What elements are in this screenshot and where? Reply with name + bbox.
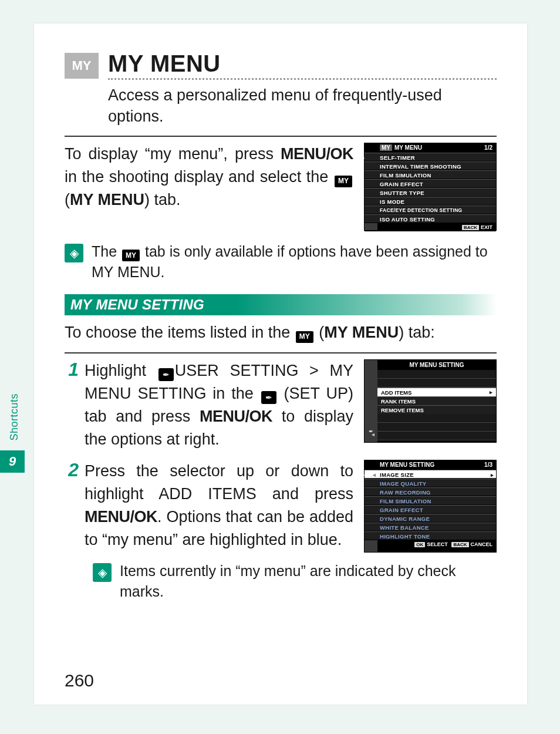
intro-text: Access a personalized menu of frequently…: [108, 85, 497, 127]
lcd-title: MYMY MENU 1/2: [365, 143, 496, 153]
row-film-sim: FILM SIMULATION: [365, 496, 496, 505]
text: (: [315, 324, 325, 341]
row-iso-auto: ISO AUTO SETTING: [365, 214, 496, 223]
note-2: ◈ Items currently in “my menu” are indic…: [93, 561, 497, 602]
left-arrow-icon: ◂: [373, 471, 376, 479]
text: Highlight: [85, 362, 157, 379]
text-bold: USER SETTING: [175, 362, 299, 379]
page-indicator: 1/3: [484, 462, 492, 468]
wrench-icon: ✒: [261, 391, 276, 404]
step-1: 1 Highlight ✒USER SETTING > MY MENU SETT…: [65, 359, 497, 452]
page-indicator: 1/2: [484, 144, 492, 151]
text: in the: [206, 385, 259, 402]
exit-label: EXIT: [481, 224, 492, 230]
my-icon: MY: [296, 331, 313, 343]
row-image-size: ◂ IMAGE SIZE▸: [365, 470, 496, 479]
paragraph-2: To choose the items listed in the MY (MY…: [65, 321, 497, 344]
text: >: [298, 362, 329, 379]
rule: [65, 352, 497, 353]
text: ) tab.: [144, 191, 181, 208]
row-raw-recording: RAW RECORDING: [365, 487, 496, 496]
text: in the shooting display and select the: [65, 168, 333, 186]
lcd-title: MY MENU SETTING: [377, 360, 496, 370]
my-icon: MY: [380, 144, 392, 151]
row-dynamic-range: DYNAMIC RANGE: [365, 514, 496, 523]
wrench-icon: ✒: [158, 368, 174, 381]
step-2-text: Press the selector up or down to highlig…: [85, 460, 353, 552]
row-film-sim: FILM SIMULATION: [365, 170, 496, 179]
row-rank-items: RANK ITEMS: [377, 396, 496, 405]
menu-ok-label: MENU/OK: [281, 145, 353, 163]
text-bold: ADD ITEMS: [158, 485, 257, 503]
text: The: [92, 243, 121, 260]
dotted-rule: [108, 78, 497, 80]
select-label: SELECT: [427, 541, 448, 547]
section-heading: MY MENU SETTING: [65, 294, 497, 315]
title-text: MY MENU SETTING: [380, 462, 434, 468]
note-1: ◈ The MY tab is only available if option…: [65, 241, 497, 282]
text: tab is only available if options have be…: [141, 243, 488, 260]
menu-ok-label: MENU/OK: [85, 508, 157, 526]
label: IMAGE SIZE: [380, 472, 414, 478]
note-text: The MY tab is only available if options …: [92, 241, 497, 282]
left-arrow-icon: ◂: [372, 431, 375, 437]
text-bold: MY MENU: [70, 191, 144, 208]
step-2: 2 Press the selector up or down to highl…: [65, 460, 497, 553]
my-icon: MY: [335, 176, 352, 187]
page: MY MY MENU Access a personalized menu of…: [34, 23, 527, 705]
right-arrow-icon: ▸: [490, 389, 492, 396]
rule: [65, 136, 497, 137]
text: To display “my menu”, press: [65, 145, 281, 163]
step-number: 2: [65, 460, 79, 553]
text: .: [161, 264, 165, 280]
lcd-footer: OKSELECT BACKCANCEL: [365, 540, 496, 548]
row-remove-items: REMOVE ITEMS: [377, 405, 496, 414]
my-icon: MY: [122, 250, 140, 261]
text-bold: SET UP: [289, 385, 348, 402]
back-button-label: BACK: [451, 542, 468, 547]
row-white-balance: WHITE BALANCE: [365, 523, 496, 531]
screenshot-my-menu: I.Q. AF/MF ● ⚡ ⚙ ✒ MY MYMY MENU 1/2 SELF…: [364, 143, 497, 231]
cancel-label: CANCEL: [471, 541, 493, 547]
row-grain: GRAIN EFFECT: [365, 505, 496, 514]
text-bold: MY MENU: [92, 264, 161, 280]
row-highlight-tone: HIGHLIGHT TONE: [365, 531, 496, 540]
back-button-label: BACK: [462, 225, 479, 230]
row-is-mode: IS MODE: [365, 197, 496, 206]
note-icon: ◈: [65, 244, 83, 262]
row-self-timer: SELF-TIMER: [365, 153, 496, 161]
chapter-tab: Shortcuts 9: [0, 388, 25, 473]
row-image-quality: IMAGE QUALITY: [365, 479, 496, 487]
text-bold: MY MENU: [324, 324, 399, 341]
step-1-text: Highlight ✒USER SETTING > MY MENU SETTIN…: [85, 359, 353, 452]
lcd-footer: BACKEXIT: [365, 223, 496, 231]
page-number: 260: [65, 671, 94, 691]
chapter-number: 9: [0, 450, 25, 473]
row-grain: GRAIN EFFECT: [365, 179, 496, 188]
menu-ok-label: MENU/OK: [200, 408, 272, 425]
ok-button-label: OK: [414, 542, 425, 547]
screenshot-add-items: I.Q. AF/MF ● ⚡ ⚙ ✒ MY MENU SETTING 1/3 ◂…: [364, 460, 497, 553]
chapter-label: Shortcuts: [8, 388, 21, 447]
tab-strip: ✒: [365, 360, 377, 442]
note-icon: ◈: [93, 563, 112, 582]
text: ) tab:: [399, 324, 435, 341]
step-number: 1: [65, 359, 79, 452]
text: (: [278, 385, 289, 402]
row-interval: INTERVAL TIMER SHOOTING: [365, 161, 496, 170]
row-face-eye: FACE/EYE DETECTION SETTING: [365, 206, 496, 214]
my-badge: MY: [65, 53, 99, 79]
paragraph-1: To display “my menu”, press MENU/OK in t…: [65, 143, 353, 211]
lcd-title: MY MENU SETTING 1/3: [365, 460, 496, 470]
row-add-items: ADD ITEMS▸: [377, 388, 496, 396]
note-text: Items currently in “my menu” are indicat…: [120, 561, 497, 602]
page-title: MY MENU: [108, 50, 497, 77]
page-header: MY MY MENU Access a personalized menu of…: [65, 50, 497, 127]
title-text: MY MENU: [394, 144, 422, 151]
row-shutter: SHUTTER TYPE: [365, 188, 496, 197]
text: and press: [257, 485, 353, 503]
text: To choose the items listed in the: [65, 324, 295, 341]
label: ADD ITEMS: [381, 389, 411, 396]
screenshot-my-menu-setting: ✒ ◂ MY MENU SETTING ADD ITEMS▸ RANK ITEM…: [364, 359, 497, 443]
text: (: [65, 191, 70, 208]
